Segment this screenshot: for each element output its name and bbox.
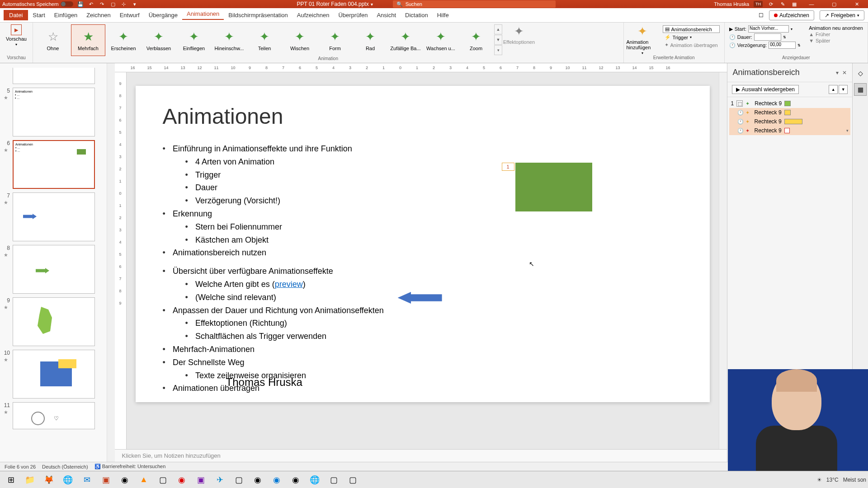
- window-layout-icon[interactable]: ▦: [791, 0, 798, 8]
- task-app6-icon[interactable]: ◉: [287, 472, 305, 488]
- filename-chevron-icon[interactable]: ▾: [371, 2, 373, 7]
- gallery-more[interactable]: ▲ ▼ ▾: [494, 24, 502, 55]
- minimize-button[interactable]: —: [802, 0, 821, 8]
- animation-indicator[interactable]: 1: [502, 163, 514, 171]
- start-chevron-icon[interactable]: ▾: [791, 27, 793, 31]
- anim-floatin[interactable]: ✦Hineinschw...: [212, 24, 246, 56]
- thumb-6[interactable]: Animationen• ...• ...: [13, 140, 95, 189]
- slide-body[interactable]: Einführung in Animationseffekte und ihre…: [163, 142, 683, 395]
- anim-split[interactable]: ✦Teilen: [247, 24, 282, 56]
- record-button[interactable]: Aufzeichnen: [769, 10, 814, 20]
- anim-fade[interactable]: ✦Verblassen: [142, 24, 176, 56]
- tab-draw[interactable]: Zeichnen: [82, 12, 115, 19]
- task-onenote-icon[interactable]: ▣: [192, 472, 210, 488]
- accessibility-check[interactable]: ♿ Barrierefreiheit: Untersuchen: [94, 464, 166, 469]
- notes-pane[interactable]: Klicken Sie, um Notizen hinzuzufügen: [115, 449, 727, 462]
- task-explorer-icon[interactable]: 📁: [21, 472, 39, 488]
- thumb-5[interactable]: Animationen• ...• ...: [13, 88, 95, 136]
- play-selection-button[interactable]: ▶Auswahl wiedergeben: [732, 85, 799, 94]
- slide-canvas[interactable]: Animationen Einführung in Animationseffe…: [127, 72, 719, 449]
- slide-title[interactable]: Animationen: [163, 104, 683, 129]
- thumb-11[interactable]: ♡: [13, 402, 95, 429]
- thumb-7[interactable]: [13, 192, 95, 241]
- tab-file[interactable]: Datei: [4, 10, 28, 20]
- tab-design[interactable]: Entwurf: [115, 12, 144, 19]
- close-button[interactable]: ✕: [848, 0, 866, 8]
- slide-counter[interactable]: Folie 6 von 26: [5, 464, 36, 469]
- task-firefox-icon[interactable]: 🦊: [40, 472, 58, 488]
- task-vlc-icon[interactable]: ▲: [135, 472, 153, 488]
- task-app3-icon[interactable]: ◉: [173, 472, 191, 488]
- anim-entry-4[interactable]: 🕐 ✦ Rechteck 9 ▾: [729, 126, 851, 135]
- task-app5-icon[interactable]: ◉: [268, 472, 286, 488]
- start-select[interactable]: Nach Vorher...: [748, 25, 789, 33]
- thumb-8[interactable]: [13, 245, 95, 294]
- tab-record[interactable]: Aufzeichnen: [292, 12, 334, 19]
- collapse-ribbon-icon[interactable]: ☐: [759, 12, 764, 19]
- task-chrome-icon[interactable]: 🌐: [59, 472, 77, 488]
- add-animation-button[interactable]: ✦ Animation hinzufügen ▾: [627, 24, 658, 55]
- search-box[interactable]: 🔍 Suchen: [393, 0, 556, 8]
- share-button[interactable]: ↗Freigeben▾: [820, 10, 864, 20]
- task-telegram-icon[interactable]: ✈: [211, 472, 229, 488]
- anim-flyin[interactable]: ✦Einfliegen: [177, 24, 211, 56]
- preview-button[interactable]: ▶ Vorschau ▾: [3, 24, 30, 47]
- task-obs-icon[interactable]: ◉: [249, 472, 267, 488]
- anim-appear[interactable]: ✦Erscheinen: [106, 24, 141, 56]
- task-powerpoint-icon[interactable]: ▣: [97, 472, 115, 488]
- anim-wipe[interactable]: ✦Wischen: [283, 24, 317, 56]
- anim-pane-close-icon[interactable]: ✕: [842, 70, 847, 76]
- gallery-up-icon[interactable]: ▲: [494, 24, 502, 34]
- gallery-expand-icon[interactable]: ▾: [494, 45, 502, 55]
- green-rectangle-shape[interactable]: [515, 163, 592, 211]
- anim-none[interactable]: ☆Ohne: [36, 24, 70, 56]
- side-tool-anim[interactable]: ▦: [854, 83, 867, 96]
- anim-zoom[interactable]: ✦Zoom: [459, 24, 493, 56]
- anim-wheel[interactable]: ✦Rad: [353, 24, 387, 56]
- draw-mode-icon[interactable]: ✎: [779, 0, 786, 8]
- tab-help[interactable]: Hilfe: [433, 12, 453, 19]
- anim-entry-3[interactable]: 🕐 ✦ Rechteck 9: [729, 117, 851, 126]
- anim-grow[interactable]: ✦Wachsen u...: [424, 24, 458, 56]
- tab-insert[interactable]: Einfügen: [50, 12, 82, 19]
- move-down-button[interactable]: ▼: [839, 85, 848, 94]
- thumbnails-scrollbar[interactable]: [107, 63, 114, 462]
- task-app1-icon[interactable]: ◉: [116, 472, 134, 488]
- sync-icon[interactable]: ⟳: [767, 0, 774, 8]
- gallery-down-icon[interactable]: ▼: [494, 35, 502, 45]
- autosave-switch[interactable]: [61, 1, 73, 7]
- delay-spinner-icon[interactable]: ⇅: [797, 43, 801, 47]
- task-app7-icon[interactable]: ▢: [325, 472, 343, 488]
- duration-input[interactable]: [754, 33, 781, 41]
- animation-pane-toggle[interactable]: ▤Animationsbereich: [663, 25, 720, 33]
- preview-link[interactable]: preview: [275, 280, 303, 289]
- tab-review[interactable]: Überprüfen: [334, 12, 372, 19]
- duration-spinner-icon[interactable]: ⇅: [783, 35, 786, 39]
- thumb-9[interactable]: [13, 297, 95, 346]
- anim-random[interactable]: ✦Zufällige Ba...: [388, 24, 423, 56]
- start-button[interactable]: ⊞: [2, 472, 20, 488]
- delay-input[interactable]: 00,00: [769, 42, 796, 49]
- slide-thumbnails[interactable]: 5★ Animationen• ...• ... 6★ Animationen•…: [0, 63, 107, 462]
- tab-animations[interactable]: Animationen: [182, 10, 224, 20]
- thumb-10[interactable]: [13, 350, 95, 399]
- trigger-button[interactable]: ⚡Trigger▾: [663, 34, 720, 41]
- undo-icon[interactable]: ↶: [88, 0, 95, 8]
- autosave-toggle[interactable]: Automatisches Speichern: [2, 1, 73, 7]
- anim-multiple[interactable]: ★Mehrfach: [71, 24, 105, 56]
- language-indicator[interactable]: Deutsch (Österreich): [42, 464, 88, 469]
- present-icon[interactable]: ▢: [109, 0, 117, 8]
- user-avatar[interactable]: TH: [754, 1, 763, 7]
- slide-scrollbar[interactable]: [719, 72, 727, 449]
- save-icon[interactable]: 💾: [77, 0, 84, 8]
- thumb-4-partial[interactable]: [13, 68, 95, 84]
- tab-slideshow[interactable]: Bildschirmpräsentation: [224, 12, 292, 19]
- anim-shape[interactable]: ✦Form: [318, 24, 352, 56]
- user-name[interactable]: Thomas Hruska: [714, 1, 749, 7]
- move-up-button[interactable]: ▲: [829, 85, 838, 94]
- qat-more-icon[interactable]: ▾: [131, 0, 138, 8]
- touch-icon[interactable]: ⊹: [120, 0, 127, 8]
- redo-icon[interactable]: ↷: [99, 0, 106, 8]
- tab-home[interactable]: Start: [28, 12, 49, 19]
- anim-pane-chevron-icon[interactable]: ▾: [836, 70, 839, 76]
